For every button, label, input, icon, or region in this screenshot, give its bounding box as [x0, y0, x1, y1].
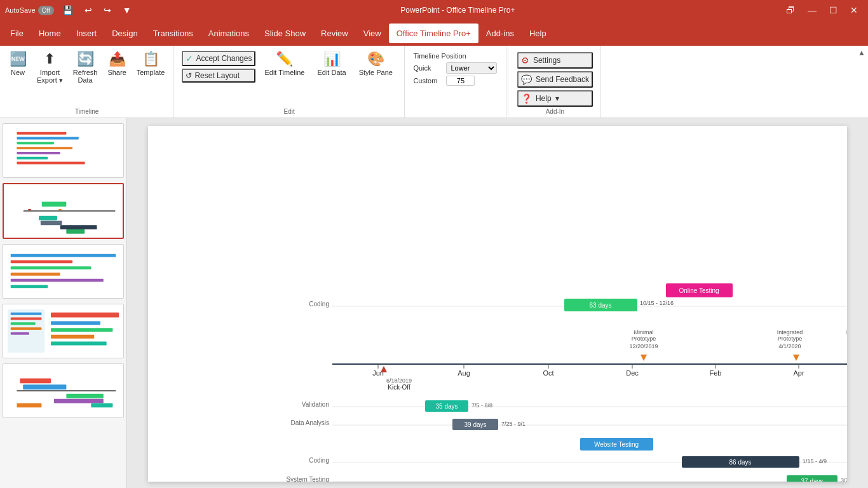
menu-slideshow[interactable]: Slide Show [257, 24, 313, 43]
svg-text:Online Testing: Online Testing [679, 287, 719, 294]
custom-input[interactable] [446, 76, 475, 86]
autosave-toggle[interactable]: Off [38, 6, 54, 15]
reset-layout-button[interactable]: ↺ Reset Layout [182, 69, 255, 83]
new-label: New [11, 69, 25, 76]
svg-text:Apr: Apr [793, 369, 804, 377]
settings-label: Settings [533, 56, 560, 65]
maximize-button[interactable]: ☐ [824, 3, 843, 18]
help-button[interactable]: ❓ Help ▾ [517, 90, 593, 107]
share-label: Share [107, 69, 126, 76]
svg-rect-4 [17, 152, 60, 154]
refresh-button[interactable]: 🔄 Refresh Data [69, 48, 102, 86]
template-button[interactable]: 📋 Template [133, 48, 169, 79]
quick-select[interactable]: Lower Upper Center [446, 62, 497, 74]
edit-data-label: Edit Data [317, 69, 346, 76]
accept-changes-label: Accept Changes [196, 54, 252, 63]
slide-thumb-4[interactable] [3, 304, 124, 358]
style-pane-icon: 🎨 [367, 51, 384, 67]
customize-button[interactable]: ▼ [119, 4, 135, 17]
svg-rect-37 [17, 403, 41, 407]
menu-insert[interactable]: Insert [69, 24, 105, 43]
svg-text:35 days: 35 days [435, 403, 458, 410]
menu-help[interactable]: Help [522, 24, 554, 43]
svg-rect-25 [11, 327, 42, 330]
refresh-label: Refresh [73, 69, 98, 76]
svg-text:6/18/2019: 6/18/2019 [386, 377, 412, 384]
close-button[interactable]: ✕ [845, 3, 863, 18]
slide-thumb-2-inner [5, 186, 121, 236]
svg-text:37 days: 37 days [801, 478, 823, 482]
svg-rect-10 [41, 220, 62, 225]
slide-thumb-5[interactable] [3, 363, 124, 418]
reset-icon: ↺ [186, 71, 192, 80]
svg-text:39 days: 39 days [464, 421, 486, 428]
svg-text:Integration: Integration [846, 329, 847, 336]
accept-changes-button[interactable]: ✓ Accept Changes [182, 51, 255, 66]
template-label: Template [137, 69, 165, 76]
menu-animations[interactable]: Animations [201, 24, 257, 43]
window-title: PowerPoint - Office Timeline Pro+ [400, 6, 515, 15]
svg-rect-30 [51, 335, 94, 339]
autosave-area: AutoSave Off [5, 6, 54, 15]
slide-thumb-2[interactable] [3, 183, 124, 239]
menu-office-timeline[interactable]: Office Timeline Pro+ [389, 24, 478, 43]
menu-view[interactable]: View [356, 24, 389, 43]
settings-button[interactable]: ⚙ Settings [517, 52, 593, 69]
svg-rect-18 [11, 273, 60, 276]
title-bar-left: AutoSave Off 💾 ↩ ↪ ▼ [5, 4, 135, 17]
svg-text:Feb: Feb [710, 369, 722, 377]
svg-rect-27 [51, 313, 119, 318]
undo-button[interactable]: ↩ [81, 4, 95, 17]
svg-rect-0 [17, 132, 66, 135]
refresh-icon: 🔄 [77, 51, 94, 67]
window-controls: 🗗 — ☐ ✕ [781, 3, 863, 18]
svg-rect-38 [91, 403, 112, 407]
template-icon: 📋 [142, 51, 159, 67]
help-label: Help [536, 94, 552, 103]
svg-rect-28 [51, 321, 100, 325]
svg-rect-11 [60, 225, 97, 229]
restore-button[interactable]: — [803, 3, 822, 18]
svg-rect-15 [11, 254, 116, 257]
edit-timeline-icon: ✏️ [276, 51, 293, 67]
export-label: Export ▾ [37, 76, 63, 85]
edit-timeline-button[interactable]: ✏️ Edit Timeline [261, 48, 308, 79]
new-button[interactable]: 🆕 New [5, 48, 31, 79]
svg-marker-79 [793, 355, 799, 361]
timeline-svg: Coding Validation Data Analysis Coding S… [148, 126, 847, 482]
menu-review[interactable]: Review [313, 24, 356, 43]
slide-thumb-1[interactable] [3, 123, 124, 178]
svg-text:12/20/2019: 12/20/2019 [629, 343, 658, 349]
menu-home[interactable]: Home [31, 24, 69, 43]
settings-icon: ⚙ [521, 55, 529, 65]
addin-group-label: Add-In [546, 107, 564, 115]
slide-thumb-3[interactable] [3, 244, 124, 299]
share-button[interactable]: 📤 Share [104, 48, 130, 79]
style-pane-button[interactable]: 🎨 Style Pane [355, 48, 397, 79]
minimize-button[interactable]: 🗗 [781, 3, 800, 18]
menu-file[interactable]: File [3, 24, 31, 43]
ribbon-collapse-button[interactable]: ▲ [855, 46, 868, 118]
menu-addins[interactable]: Add-ins [478, 24, 522, 43]
slide-thumb-4-inner [4, 306, 122, 356]
timeline-group-label: Timeline [75, 107, 98, 115]
edit-data-button[interactable]: 📊 Edit Data [313, 48, 349, 79]
import-export-button[interactable]: ⬆ Import Export ▾ [33, 48, 67, 87]
send-feedback-button[interactable]: 💬 Send Feedback [517, 71, 593, 88]
svg-rect-8 [42, 202, 67, 207]
reset-layout-label: Reset Layout [194, 71, 240, 80]
menu-design[interactable]: Design [104, 24, 145, 43]
slide-thumb-5-inner [4, 365, 122, 416]
svg-rect-3 [17, 147, 72, 149]
svg-rect-1 [17, 137, 78, 140]
timeline-buttons: 🆕 New ⬆ Import Export ▾ 🔄 Refresh Data 📤… [5, 48, 168, 107]
save-button[interactable]: 💾 [59, 4, 76, 17]
share-icon: 📤 [109, 51, 126, 67]
svg-rect-36 [54, 399, 104, 403]
slide-panel [0, 118, 127, 488]
svg-rect-24 [11, 322, 36, 325]
redo-button[interactable]: ↪ [100, 4, 114, 17]
style-pane-label: Style Pane [359, 69, 393, 76]
menu-transitions[interactable]: Transitions [146, 24, 201, 43]
slide-thumb-1-inner [4, 125, 122, 176]
